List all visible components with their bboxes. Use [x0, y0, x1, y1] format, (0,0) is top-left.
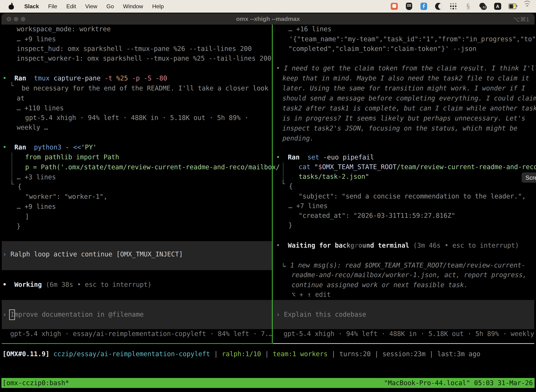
terminal-line: inspect_worker-1: omx sparkshell --tmux-… — [17, 53, 271, 63]
input-source-icon[interactable]: A — [494, 2, 502, 10]
thought-line: • I need to get the claim token from the… — [276, 63, 536, 73]
mailbox-msg-line: readme-and-reco/mailbox/worker-1.json, a… — [292, 270, 527, 280]
menu-app-name[interactable]: Slack — [24, 3, 39, 10]
mailbox-msg-line: ↳ 1 new msg(s): read $OMX_TEAM_STATE_ROO… — [282, 260, 525, 270]
screen: Slack File Edit View Go Window Help § ..… — [0, 0, 536, 392]
right-prompt-input[interactable]: › Explain this codebase — [276, 309, 366, 319]
thought-line: task2 after task1 is complete, but can I… — [282, 103, 536, 113]
terminal-line: … +110 lines — [17, 103, 64, 113]
left-output-connector — [12, 152, 12, 184]
terminal-line: … +3 lines — [17, 172, 56, 182]
mailbox-msg-line: continue assigned work or next feasible … — [292, 280, 468, 290]
terminal-line: at — [17, 93, 25, 103]
battery-icon[interactable] — [509, 2, 516, 10]
left-pane-border — [2, 343, 272, 344]
run-bullet-icon: • — [276, 154, 280, 161]
terminal-line: … +16 lines — [288, 24, 331, 34]
omx-status-bar: [OMX#0.11.9] cczip/essay/ai-reimplementa… — [2, 349, 480, 359]
thought-line: inspect task2's JSON, focusing on the st… — [282, 123, 517, 133]
left-prompt-input[interactable]: › Improve documentation in @filename — [3, 309, 144, 319]
menu-item-edit[interactable]: Edit — [66, 3, 76, 10]
terminal-line: tasks/task-2.json" — [299, 172, 369, 182]
terminal-line: └ { — [281, 181, 293, 191]
menu-item-help[interactable]: Help — [152, 3, 164, 10]
crescent-icon[interactable] — [435, 2, 442, 10]
dots-grid-icon[interactable] — [450, 2, 457, 10]
right-pane-border — [273, 343, 534, 344]
window-title: omx --xhigh --madmax — [0, 15, 536, 22]
terminal-line: … +9 lines — [17, 34, 56, 44]
terminal-line: "created_at": "2026-03-31T11:59:27.816Z" — [299, 210, 455, 221]
menu-bar: Slack File Edit View Go Window Help § ..… — [0, 0, 536, 13]
terminal-line: ] — [25, 212, 29, 222]
thought-line: pending. — [282, 133, 314, 143]
left-pane-statusline: gpt-5.4 xhigh · essay/ai-reimplementatio… — [10, 329, 273, 339]
text-cursor — [9, 309, 15, 320]
terminal-line: └ be necessary for the end of the README… — [10, 83, 268, 93]
terminal-line: └ { — [10, 182, 22, 191]
terminal-line: cat "$OMX_TEAM_STATE_ROOT/team/review-cu… — [299, 162, 536, 172]
terminal-line: workspace_mode: worktree — [17, 24, 111, 34]
terminal-line: from pathlib import Path — [25, 152, 119, 162]
terminal-line: } — [17, 221, 21, 231]
chevron-prompt-icon: › — [3, 311, 6, 318]
apple-icon[interactable] — [7, 2, 15, 10]
waiting-status: • Waiting for background terminal (3m 46… — [276, 240, 519, 250]
tmux-host-clock: "MacBook-Pro-44.local" 05:03 31-Mar-26 — [384, 378, 533, 388]
edit-hint: ⌥ + ↑ edit — [292, 289, 331, 300]
thought-bullet-icon: • — [276, 65, 280, 72]
terminal-line: gpt-5.4 xhigh · 94% left · 488K in · 5.1… — [25, 113, 249, 123]
chevron-prompt-icon: › — [3, 250, 6, 258]
ran-python-line: • Ran python3 - <<'PY' — [3, 142, 97, 152]
terminal-line: p = Path('.omx/state/team/review-current… — [25, 162, 280, 172]
terminal-line: "worker": "worker-1", — [25, 191, 107, 202]
run-bullet-icon: • — [3, 144, 6, 151]
menu-item-file[interactable]: File — [48, 3, 57, 10]
ran-tmux-line: • Ran tmux capture-pane -t %25 -p -S -80 — [3, 73, 167, 83]
ralph-loop-status: › Ralph loop active continue [OMX_TMUX_I… — [3, 249, 183, 259]
thought-line: later. Using the same for transition mig… — [282, 83, 525, 93]
working-status: • Working (6m 38s • esc to interrupt) — [3, 280, 152, 289]
menu-item-go[interactable]: Go — [106, 3, 114, 10]
arrow-down-right-icon: ↳ — [282, 261, 286, 269]
wifi-icon[interactable] — [523, 2, 531, 10]
terminal-line: … +9 lines — [17, 202, 56, 212]
ran-set-line: • Ran set -euo pipefail — [276, 152, 374, 162]
window-shortcut-hint: ⌥⌘1 — [513, 16, 529, 23]
thought-line: keep that in mind. Maybe I also need the… — [282, 73, 529, 83]
terminal-line: weekly … — [17, 122, 48, 132]
run-bullet-icon: • — [3, 75, 6, 82]
terminal-line: "subject": "send a concise recommendatio… — [299, 191, 526, 201]
pane-divider[interactable] — [272, 25, 273, 344]
terminal-line: } — [288, 220, 292, 230]
menu-item-view[interactable]: View — [85, 3, 97, 10]
badge-count-icon[interactable]: ..61 — [479, 2, 487, 10]
chevron-prompt-icon: › — [276, 311, 280, 318]
shield-icon[interactable] — [405, 2, 413, 10]
hook-icon[interactable]: § — [464, 2, 472, 10]
terminal-line: … +7 lines — [288, 201, 328, 211]
spinner-bullet-icon: • — [3, 281, 6, 288]
terminal-line: "completed","claim_token":"claim-token"}… — [288, 44, 476, 54]
right-pane-statusline: gpt-5.4 xhigh · 94% left · 488K in · 5.1… — [283, 329, 536, 339]
screen-share-tooltip[interactable]: Scre — [522, 173, 536, 183]
thought-line: is in progress? It seems likely but perh… — [282, 113, 525, 123]
thought-line: should send a message before completing … — [282, 93, 536, 103]
terminal-line: '{"team_name":"my-team","task_id":"1","f… — [289, 34, 536, 44]
tmux-session-name[interactable]: [omx-cczip0:bash* — [2, 378, 69, 388]
tmux-status-bar: [omx-cczip0:bash* "MacBook-Pro-44.local"… — [1, 378, 535, 388]
chat-app-icon[interactable] — [390, 2, 398, 10]
terminal-line: inspect_hud: omx sparkshell --tmux-pane … — [17, 44, 252, 54]
menu-item-window[interactable]: Window — [123, 3, 143, 10]
bolt-app-icon[interactable] — [420, 2, 428, 10]
spinner-bullet-icon: • — [276, 242, 280, 249]
